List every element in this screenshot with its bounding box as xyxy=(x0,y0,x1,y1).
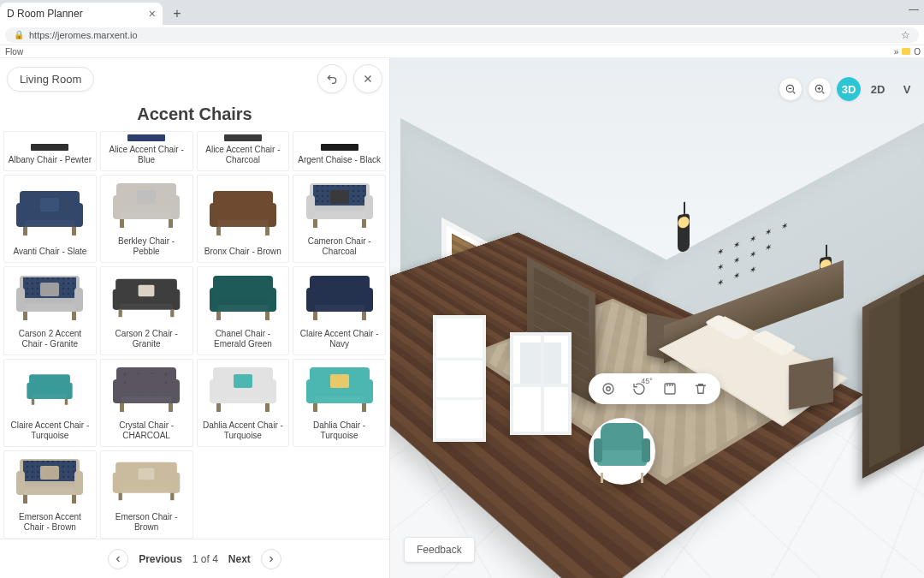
product-label: Alice Accent Chair - Blue xyxy=(104,145,189,165)
product-label: Emerson Chair - Brown xyxy=(104,512,189,533)
svg-rect-13 xyxy=(113,195,121,219)
product-label: Berkley Chair - Pebble xyxy=(104,236,189,257)
product-card[interactable]: Alice Accent Chair - Charcoal xyxy=(197,131,290,171)
object-hud: 45° xyxy=(589,373,720,404)
close-panel-button[interactable] xyxy=(353,64,382,93)
svg-rect-137 xyxy=(173,473,181,493)
svg-rect-107 xyxy=(211,390,275,403)
product-card[interactable]: Dahlia Chair - Turquoise xyxy=(293,359,386,447)
product-thumb xyxy=(108,454,186,509)
svg-rect-103 xyxy=(169,403,173,412)
product-card[interactable]: Alice Accent Chair - Blue xyxy=(100,131,193,171)
page-state: 1 of 4 xyxy=(192,553,218,565)
svg-rect-128 xyxy=(74,471,83,495)
svg-rect-116 xyxy=(308,390,371,403)
product-label: Dahlia Accent Chair - Turquoise xyxy=(201,420,286,441)
pagination: Previous 1 of 4 Next xyxy=(0,539,389,578)
bookmark-folder-icon[interactable] xyxy=(902,48,910,55)
zoom-in-button[interactable] xyxy=(808,77,832,101)
svg-rect-42 xyxy=(16,288,25,312)
svg-point-89 xyxy=(165,372,168,375)
info-icon xyxy=(601,381,616,396)
window-minimize-icon[interactable]: — xyxy=(909,3,919,15)
feedback-button[interactable]: Feedback xyxy=(404,537,475,563)
wall-sconce-left[interactable] xyxy=(678,213,690,253)
product-card[interactable]: Bronx Chair - Brown xyxy=(197,175,290,263)
view-extra-toggle[interactable]: V xyxy=(895,77,919,101)
product-thumb xyxy=(204,271,281,325)
svg-rect-24 xyxy=(234,198,252,212)
svg-rect-127 xyxy=(16,471,25,495)
new-tab-button[interactable]: + xyxy=(168,4,187,23)
product-card[interactable]: Albany Chair - Pewter xyxy=(3,131,97,171)
svg-rect-69 xyxy=(306,288,315,312)
product-label: Avanti Chair - Slate xyxy=(13,247,86,257)
svg-rect-6 xyxy=(40,198,59,212)
hud-info-button[interactable] xyxy=(599,379,618,398)
previous-page-button[interactable] xyxy=(108,549,128,569)
hud-dimensions-button[interactable] xyxy=(660,379,679,398)
product-card[interactable]: Carson 2 Chair - Granite xyxy=(100,266,193,355)
view-controls: 3D 2D V xyxy=(779,77,919,101)
undo-icon xyxy=(325,72,339,86)
bookmark-star-icon[interactable]: ☆ xyxy=(901,29,910,41)
product-label: Carson 2 Chair - Granite xyxy=(104,329,189,349)
svg-rect-14 xyxy=(171,195,180,219)
svg-rect-138 xyxy=(139,468,155,480)
bookmark-overflow-icon[interactable]: » xyxy=(894,47,899,57)
room-scene xyxy=(390,58,924,578)
svg-rect-53 xyxy=(139,284,155,296)
next-label[interactable]: Next xyxy=(228,553,251,565)
svg-rect-43 xyxy=(74,288,83,312)
close-icon xyxy=(362,73,374,85)
product-card[interactable]: Argent Chaise - Black xyxy=(293,131,386,171)
product-thumb xyxy=(108,134,186,141)
product-card[interactable]: Crystal Chair - CHARCOAL xyxy=(100,359,193,447)
product-card[interactable]: Chanel Chair - Emerald Green xyxy=(197,266,290,355)
svg-rect-51 xyxy=(113,289,121,309)
product-label: Claire Accent Chair - Navy xyxy=(297,329,382,349)
view-2d-toggle[interactable]: 2D xyxy=(866,77,890,101)
bookmark-item[interactable]: Flow xyxy=(5,47,23,57)
product-card[interactable]: Claire Accent Chair - Navy xyxy=(293,266,386,355)
svg-rect-130 xyxy=(23,495,27,504)
hud-rotate-button[interactable]: 45° xyxy=(630,379,649,398)
window-controls: — xyxy=(909,3,919,15)
product-card[interactable]: Emerson Chair - Brown xyxy=(100,450,193,539)
product-card[interactable]: Avanti Chair - Slate xyxy=(3,175,97,263)
browser-tab[interactable]: D Room Planner × xyxy=(0,3,163,25)
nightstand-right[interactable] xyxy=(789,357,833,409)
product-card[interactable]: Emerson Accent Chair - Brown xyxy=(3,450,97,539)
product-label: Emerson Accent Chair - Brown xyxy=(8,512,92,533)
product-card[interactable]: Berkley Chair - Pebble xyxy=(100,175,193,263)
svg-rect-131 xyxy=(72,495,76,504)
svg-rect-118 xyxy=(364,379,373,403)
svg-rect-63 xyxy=(216,312,221,320)
tab-close-icon[interactable]: × xyxy=(149,7,156,21)
svg-rect-15 xyxy=(137,190,156,204)
screen-door[interactable] xyxy=(433,315,486,442)
hud-delete-button[interactable] xyxy=(691,379,710,398)
product-card[interactable]: Claire Accent Chair - Turquoise xyxy=(3,359,97,447)
svg-rect-98 xyxy=(115,390,178,403)
room-crumb[interactable]: Living Room xyxy=(7,67,94,92)
undo-button[interactable] xyxy=(317,64,346,93)
address-row: 🔒 https://jeromes.marxent.io ☆ xyxy=(0,25,924,45)
svg-rect-70 xyxy=(364,288,373,312)
svg-rect-34 xyxy=(330,190,349,204)
svg-rect-73 xyxy=(362,312,366,320)
selected-accent-chair[interactable] xyxy=(589,418,655,485)
product-label: Crystal Chair - CHARCOAL xyxy=(104,420,189,441)
window[interactable] xyxy=(510,332,572,435)
trash-icon xyxy=(693,381,708,396)
address-bar[interactable]: 🔒 https://jeromes.marxent.io ☆ xyxy=(5,27,919,43)
next-page-button[interactable] xyxy=(261,549,281,569)
product-card[interactable]: Carson 2 Accent Chair - Granite xyxy=(3,266,97,355)
svg-rect-77 xyxy=(28,390,72,399)
view-3d-toggle[interactable]: 3D xyxy=(837,77,861,101)
product-card[interactable]: Cameron Chair - Charcoal xyxy=(293,175,386,263)
product-card[interactable]: Dahlia Accent Chair - Turquoise xyxy=(197,359,290,447)
previous-label[interactable]: Previous xyxy=(139,553,182,565)
viewport-3d[interactable]: 3D 2D V 45° Feedback xyxy=(390,58,924,578)
zoom-out-button[interactable] xyxy=(779,77,803,101)
